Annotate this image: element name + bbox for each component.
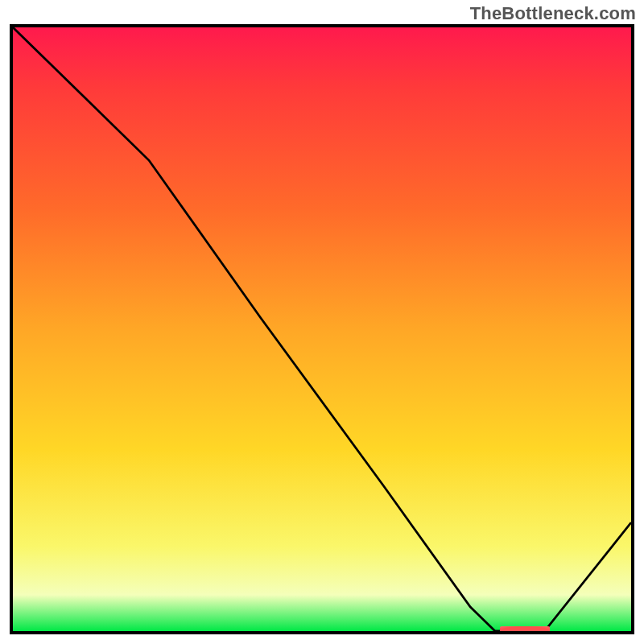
optimum-marker <box>500 626 550 634</box>
chart-frame: TheBottleneck.com <box>0 0 644 644</box>
watermark-text: TheBottleneck.com <box>470 3 636 24</box>
bottleneck-curve <box>13 27 631 631</box>
plot-area <box>10 24 634 634</box>
